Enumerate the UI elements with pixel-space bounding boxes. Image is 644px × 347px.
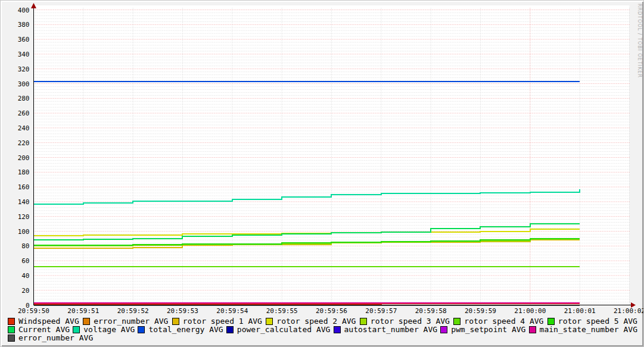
legend-swatch: [360, 318, 367, 325]
x-tick-label: 20:59:56: [316, 307, 347, 315]
legend-row: error_number AVG: [8, 334, 637, 342]
legend-swatch: [138, 326, 145, 333]
y-tick-label: 0: [26, 302, 30, 310]
x-tick-label: 20:59:54: [216, 307, 248, 315]
legend-item-voltage: voltage AVG: [73, 326, 135, 334]
legend-label: rotor speed 1 AVG: [183, 317, 262, 326]
x-tick-label: 20:59:57: [365, 307, 397, 315]
x-tick-label: 20:59:50: [18, 307, 49, 315]
y-tick-label: 20: [21, 287, 29, 295]
legend-label: error_number AVG: [18, 334, 93, 342]
x-tick-label: 21:00:00: [514, 307, 546, 315]
x-tick-label: 21:00:02: [614, 307, 644, 315]
y-tick-label: 360: [18, 36, 30, 43]
y-tick-label: 120: [18, 213, 30, 221]
y-tick-label: 340: [18, 51, 30, 58]
y-tick-label: 220: [18, 139, 30, 147]
y-tick-label: 40: [21, 272, 29, 280]
legend-swatch: [8, 318, 15, 325]
y-tick-label: 160: [18, 183, 30, 191]
x-tick-label: 20:59:51: [67, 307, 99, 315]
legend-label: main_state_number AVG: [540, 326, 637, 334]
legend-label: rotor speed 3 AVG: [371, 317, 450, 326]
y-tick-label: 60: [21, 257, 29, 265]
y-tick-label: 400: [18, 7, 30, 14]
legend-swatch: [73, 326, 80, 333]
legend-swatch: [334, 326, 341, 333]
legend-item-total_energy: total_energy AVG: [138, 326, 223, 334]
y-tick-label: 320: [18, 65, 30, 73]
legend-label: total_energy AVG: [148, 326, 223, 334]
legend-item-pwm_setpoint: pwm_setpoint AVG: [440, 326, 525, 334]
legend-row: Windspeed AVGerror_number AVGrotor speed…: [8, 317, 637, 326]
legend-label: power_calculated AVG: [237, 326, 331, 334]
legend-label: pwm_setpoint AVG: [451, 326, 525, 334]
y-tick-label: 300: [18, 80, 30, 88]
y-tick-label: 100: [18, 228, 30, 236]
legend-label: rotor speed 5 AVG: [558, 317, 637, 326]
legend-item-windspeed: Windspeed AVG: [8, 317, 79, 326]
x-tick-label: 21:00:01: [564, 307, 596, 315]
legend-label: rotor speed 4 AVG: [464, 317, 543, 326]
legend-item-power_calculated: power_calculated AVG: [226, 326, 331, 334]
x-tick-label: 20:59:59: [465, 307, 496, 315]
legend-item-main_state_number: main_state_number AVG: [529, 326, 637, 334]
legend-item-rotor_speed_2: rotor speed 2 AVG: [266, 317, 356, 326]
legend-item-rotor_speed_4: rotor speed 4 AVG: [453, 317, 543, 326]
legend-swatch: [172, 318, 179, 325]
legend-item-rotor_speed_5: rotor speed 5 AVG: [547, 317, 637, 326]
legend-label: error_number AVG: [94, 317, 168, 326]
chart-canvas: 20:59:5020:59:5120:59:5220:59:5320:59:54…: [1, 1, 644, 316]
legend-swatch: [8, 326, 15, 333]
y-tick-label: 240: [18, 124, 30, 132]
legend-label: rotor speed 2 AVG: [276, 317, 356, 326]
y-tick-label: 200: [18, 154, 30, 162]
legend-item-error_number_2: error_number AVG: [8, 334, 93, 342]
legend-swatch: [529, 326, 536, 333]
legend-swatch: [83, 318, 90, 325]
legend-label: Windspeed AVG: [18, 317, 79, 326]
x-tick-label: 20:59:55: [266, 307, 298, 315]
legend-item-current: Current AVG: [8, 326, 70, 334]
y-tick-label: 280: [18, 95, 30, 102]
legend-label: autostart_number AVG: [344, 326, 438, 334]
y-tick-label: 260: [18, 110, 30, 117]
legend-swatch: [440, 326, 447, 333]
rrd-graph: 20:59:5020:59:5120:59:5220:59:5320:59:54…: [0, 0, 644, 347]
y-tick-label: 380: [18, 21, 30, 29]
x-tick-label: 20:59:53: [167, 307, 198, 315]
x-tick-label: 20:59:58: [415, 307, 447, 315]
legend-swatch: [226, 326, 234, 333]
y-tick-label: 80: [21, 242, 29, 250]
legend-item-autostart_number: autostart_number AVG: [334, 326, 438, 334]
chart-legend: Windspeed AVGerror_number AVGrotor speed…: [8, 317, 637, 342]
legend-label: Current AVG: [18, 326, 70, 334]
legend-item-rotor_speed_3: rotor speed 3 AVG: [360, 317, 450, 326]
y-tick-label: 180: [18, 168, 30, 176]
legend-row: Current AVGvoltage AVGtotal_energy AVGpo…: [8, 326, 637, 334]
legend-item-error_number: error_number AVG: [83, 317, 168, 326]
x-tick-label: 20:59:52: [117, 307, 149, 315]
rrdtool-watermark: RRDTOOL / TOBI OETIKER: [637, 4, 642, 78]
legend-swatch: [266, 318, 273, 325]
legend-swatch: [8, 335, 15, 342]
legend-label: voltage AVG: [83, 326, 135, 334]
legend-item-rotor_speed_1: rotor speed 1 AVG: [172, 317, 262, 326]
legend-swatch: [547, 318, 555, 325]
y-tick-label: 140: [18, 198, 30, 206]
legend-swatch: [453, 318, 461, 325]
